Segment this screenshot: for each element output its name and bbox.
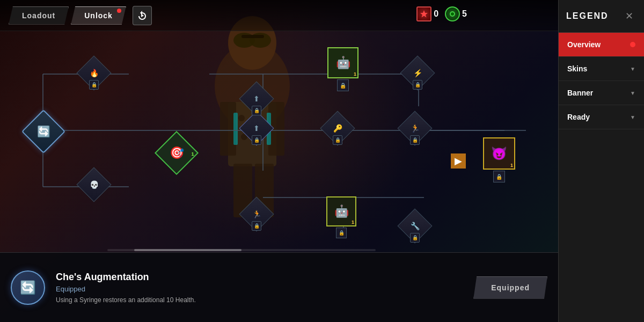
node-left-upper[interactable]: 🔥 🔒	[82, 61, 106, 85]
scroll-thumb	[134, 249, 241, 251]
scroll-bar[interactable]	[107, 249, 376, 251]
node-portrait-left[interactable]: 🎯 1	[161, 137, 192, 169]
node-upper-right[interactable]: ⚡ 🔒	[405, 61, 430, 85]
overview-notification-dot	[630, 42, 635, 47]
sidebar-item-ready[interactable]: Ready ▼	[559, 105, 644, 129]
sidebar-header: LEGEND ✕	[559, 0, 644, 33]
augmentation-icon: 🔄	[11, 270, 45, 305]
lock-icon-rm: 🔒	[410, 135, 420, 145]
green-currency-icon	[445, 6, 460, 21]
kills-currency: 0	[416, 6, 438, 21]
sidebar-label-banner: Banner	[567, 89, 593, 97]
node-lower-left[interactable]: 🏃 🔒	[244, 202, 269, 226]
game-area: Loadout Unlock 0	[0, 0, 558, 322]
sidebar-title: LEGEND	[566, 11, 609, 21]
sidebar-label-overview: Overview	[567, 40, 601, 49]
currency-area: 0 5	[416, 6, 467, 21]
ready-chevron-icon: ▼	[630, 114, 635, 120]
node-far-right-portrait[interactable]: 😈 1 🔒	[483, 137, 515, 182]
skill-tree: 🔄 🔥 🔒 🎯 1 💀 🤖 1	[0, 31, 558, 246]
node-top-center[interactable]: 🤖 1 🔒	[327, 47, 358, 91]
lock-icon-ll: 🔒	[252, 221, 261, 231]
augmentation-title: Che's Augmentation	[56, 272, 463, 283]
node-selected-left[interactable]: 🔄	[28, 116, 59, 147]
forward-arrow[interactable]: ▶	[451, 153, 466, 169]
node-center[interactable]: ⬆ 🔒	[244, 116, 269, 141]
info-panel: 🔄 Che's Augmentation Equipped Using a Sy…	[0, 252, 558, 322]
lock-icon-cr: 🔒	[333, 135, 342, 145]
sidebar-item-skins[interactable]: Skins ▼	[559, 57, 644, 81]
node-lower-right[interactable]: 🔧 🔒	[402, 214, 427, 238]
node-right-mid[interactable]: 🏃 🔒	[402, 116, 427, 141]
lock-icon-left-upper: 🔒	[89, 80, 99, 90]
augmentation-info: Che's Augmentation Equipped Using a Syri…	[56, 272, 463, 304]
tab-unlock[interactable]: Unlock	[71, 6, 126, 25]
lock-icon-upper-right: 🔒	[413, 80, 422, 90]
skins-chevron-icon: ▼	[630, 66, 635, 72]
sidebar-label-skins: Skins	[567, 64, 587, 73]
node-left-lower[interactable]: 💀	[82, 172, 106, 197]
unlock-notification-dot	[117, 9, 121, 13]
sidebar-item-banner[interactable]: Banner ▼	[559, 81, 644, 105]
top-navigation: Loadout Unlock 0	[0, 0, 558, 31]
node-center-right[interactable]: 🔑 🔒	[325, 116, 350, 141]
kills-icon	[416, 6, 431, 21]
svg-point-18	[451, 12, 454, 16]
sidebar: LEGEND ✕ Overview Skins ▼ Banner ▼ Ready…	[558, 0, 644, 322]
close-button[interactable]: ✕	[621, 9, 636, 24]
sidebar-item-overview[interactable]: Overview	[559, 33, 644, 57]
banner-chevron-icon: ▼	[630, 90, 635, 96]
lock-icon-center: 🔒	[252, 135, 261, 145]
svg-marker-16	[141, 14, 144, 17]
green-currency: 5	[445, 6, 467, 21]
augmentation-description: Using a Syringe restores an additional 1…	[56, 296, 463, 304]
replay-button[interactable]	[133, 6, 152, 25]
node-upper-left-center[interactable]: ⬆ 🔒	[244, 86, 269, 111]
equipped-button[interactable]: Equipped	[473, 276, 547, 299]
lock-icon-lr: 🔒	[410, 233, 420, 243]
augmentation-subtitle: Equipped	[56, 285, 463, 293]
sidebar-label-ready: Ready	[567, 113, 590, 121]
node-lower-center-portrait[interactable]: 🤖 1 🔒	[326, 196, 356, 238]
lock-icon-ulc: 🔒	[252, 106, 261, 115]
tab-loadout[interactable]: Loadout	[9, 6, 69, 25]
